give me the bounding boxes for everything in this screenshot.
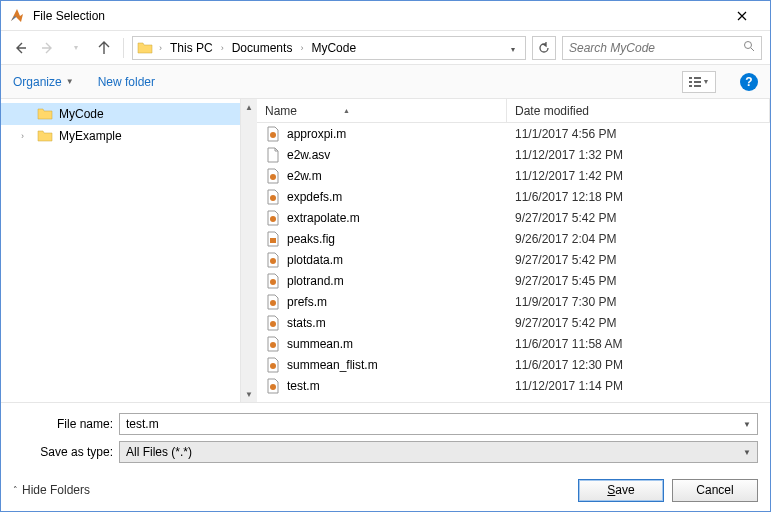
file-date: 11/6/2017 11:58 AM	[507, 337, 770, 351]
breadcrumb-item[interactable]: Documents	[228, 39, 297, 57]
file-date: 9/27/2017 5:42 PM	[507, 316, 770, 330]
file-name: approxpi.m	[287, 127, 346, 141]
arrow-up-icon	[97, 41, 111, 55]
breadcrumb-item[interactable]: This PC	[166, 39, 217, 57]
view-options-button[interactable]: ▼	[682, 71, 716, 93]
tree-item[interactable]: MyCode	[1, 103, 240, 125]
column-date[interactable]: Date modified	[507, 99, 770, 122]
file-row[interactable]: summean.m11/6/2017 11:58 AM	[257, 333, 770, 354]
file-row[interactable]: test.m11/12/2017 1:14 PM	[257, 375, 770, 396]
recent-dropdown[interactable]: ▾	[65, 37, 87, 59]
navbar: ▾ › This PC › Documents › MyCode ▾	[1, 31, 770, 65]
saveas-label: Save as type:	[13, 445, 113, 459]
column-name-label: Name	[265, 104, 297, 118]
help-button[interactable]: ?	[740, 73, 758, 91]
filename-label: File name:	[13, 417, 113, 431]
tree-item[interactable]: › MyExample	[1, 125, 240, 147]
address-bar[interactable]: › This PC › Documents › MyCode ▾	[132, 36, 526, 60]
svg-point-9	[270, 195, 276, 201]
folder-tree[interactable]: MyCode› MyExample	[1, 99, 241, 402]
file-row[interactable]: approxpi.m11/1/2017 4:56 PM	[257, 123, 770, 144]
refresh-icon	[538, 42, 550, 54]
expand-icon[interactable]: ›	[21, 131, 31, 141]
file-row[interactable]: e2w.asv11/12/2017 1:32 PM	[257, 144, 770, 165]
file-date: 11/12/2017 1:14 PM	[507, 379, 770, 393]
file-row[interactable]: stats.m9/27/2017 5:42 PM	[257, 312, 770, 333]
scroll-up-button[interactable]: ▲	[241, 99, 257, 115]
svg-rect-2	[694, 77, 701, 79]
column-name[interactable]: Name▲	[257, 99, 507, 122]
m-file-icon	[265, 189, 281, 205]
svg-point-13	[270, 279, 276, 285]
search-input[interactable]	[569, 41, 743, 55]
svg-point-15	[270, 321, 276, 327]
file-row[interactable]: e2w.m11/12/2017 1:42 PM	[257, 165, 770, 186]
cancel-button[interactable]: Cancel	[672, 479, 758, 502]
file-name: plotdata.m	[287, 253, 343, 267]
svg-point-8	[270, 174, 276, 180]
forward-button[interactable]	[37, 37, 59, 59]
close-icon	[737, 11, 747, 21]
svg-rect-1	[689, 77, 692, 79]
saveas-field[interactable]: All Files (*.*) ▼	[119, 441, 758, 463]
search-icon	[743, 40, 755, 55]
file-name: plotrand.m	[287, 274, 344, 288]
arrow-left-icon	[13, 41, 27, 55]
file-row[interactable]: summean_flist.m11/6/2017 12:30 PM	[257, 354, 770, 375]
list-body[interactable]: approxpi.m11/1/2017 4:56 PMe2w.asv11/12/…	[257, 123, 770, 402]
file-date: 11/6/2017 12:30 PM	[507, 358, 770, 372]
file-date: 9/27/2017 5:42 PM	[507, 211, 770, 225]
refresh-button[interactable]	[532, 36, 556, 60]
chevron-down-icon[interactable]: ▼	[743, 420, 751, 429]
close-button[interactable]	[722, 2, 762, 30]
view-icon	[689, 77, 701, 87]
svg-rect-5	[689, 85, 692, 87]
file-date: 9/27/2017 5:42 PM	[507, 253, 770, 267]
search-box[interactable]	[562, 36, 762, 60]
filename-field[interactable]: ▼	[119, 413, 758, 435]
tree-item-label: MyCode	[59, 107, 104, 121]
chevron-right-icon: ›	[298, 43, 305, 53]
file-row[interactable]: peaks.fig9/26/2017 2:04 PM	[257, 228, 770, 249]
breadcrumb-item[interactable]: MyCode	[307, 39, 360, 57]
new-folder-button[interactable]: New folder	[98, 75, 155, 89]
svg-point-14	[270, 300, 276, 306]
file-date: 11/1/2017 4:56 PM	[507, 127, 770, 141]
chevron-down-icon[interactable]: ▼	[743, 448, 751, 457]
address-dropdown[interactable]: ▾	[505, 41, 521, 55]
up-button[interactable]	[93, 37, 115, 59]
organize-button[interactable]: Organize▼	[13, 75, 74, 89]
help-icon: ?	[745, 75, 752, 89]
m-file-icon	[265, 294, 281, 310]
toolbar: Organize▼ New folder ▼ ?	[1, 65, 770, 99]
chevron-down-icon: ▾	[74, 43, 78, 52]
file-row[interactable]: plotdata.m9/27/2017 5:42 PM	[257, 249, 770, 270]
file-row[interactable]: expdefs.m11/6/2017 12:18 PM	[257, 186, 770, 207]
file-row[interactable]: prefs.m11/9/2017 7:30 PM	[257, 291, 770, 312]
scrollbar[interactable]: ▲ ▼	[241, 99, 257, 402]
filename-input[interactable]	[126, 417, 743, 431]
back-button[interactable]	[9, 37, 31, 59]
chevron-up-icon: ˄	[13, 485, 18, 495]
svg-point-7	[270, 132, 276, 138]
hide-folders-button[interactable]: ˄ Hide Folders	[13, 483, 90, 497]
tree-item-label: MyExample	[59, 129, 122, 143]
scroll-down-button[interactable]: ▼	[241, 386, 257, 402]
svg-point-17	[270, 363, 276, 369]
file-row[interactable]: extrapolate.m9/27/2017 5:42 PM	[257, 207, 770, 228]
m-file-icon	[265, 357, 281, 373]
svg-point-18	[270, 384, 276, 390]
hide-folders-label: Hide Folders	[22, 483, 90, 497]
column-date-label: Date modified	[515, 104, 589, 118]
window-title: File Selection	[33, 9, 722, 23]
body: MyCode› MyExample ▲ ▼ Name▲ Date modifie…	[1, 99, 770, 403]
svg-rect-4	[694, 81, 701, 83]
file-name: summean.m	[287, 337, 353, 351]
file-date: 11/12/2017 1:42 PM	[507, 169, 770, 183]
file-date: 11/9/2017 7:30 PM	[507, 295, 770, 309]
file-row[interactable]: plotrand.m9/27/2017 5:45 PM	[257, 270, 770, 291]
save-button[interactable]: Save	[578, 479, 664, 502]
file-date: 11/6/2017 12:18 PM	[507, 190, 770, 204]
sort-indicator-icon: ▲	[343, 107, 350, 114]
svg-point-12	[270, 258, 276, 264]
